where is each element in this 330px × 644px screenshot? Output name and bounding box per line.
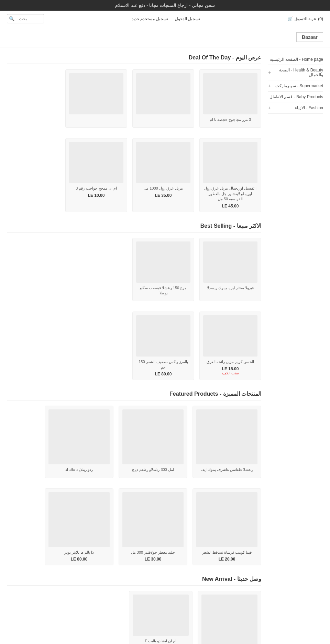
best-product-name-1: الحسن كريم مزيل رائحة العرق bbox=[203, 359, 257, 364]
deal-product-price-2: LE 35.00 bbox=[136, 193, 190, 198]
featured-top-card-1[interactable]: رعشلا طقاسن ةاشرف بموك ايف bbox=[192, 406, 261, 478]
best-product-name-2: بالمرز واكس تصفيف الشعر 150 جم bbox=[136, 359, 190, 370]
featured-top-card-3[interactable]: ردو ريتلاياه هلاد اذ bbox=[45, 406, 113, 478]
deal-product-image-2 bbox=[136, 142, 190, 183]
best-selling-section: الاكثر مبيعا - Best Selling فيرولا محتار… bbox=[7, 223, 261, 381]
featured-top-card-2[interactable]: لمل 300 رذندلاو رطعم دياج bbox=[119, 406, 187, 478]
featured-top-image-2 bbox=[122, 409, 184, 464]
sidebar: Home page - الصفحة الرئيسية Health & Bea… bbox=[268, 54, 323, 644]
featured-top-image-3 bbox=[48, 409, 110, 464]
deal-product-name-3: ام ان ممحج حواجب رقم 3 bbox=[69, 186, 123, 191]
best-selling-top-grid: فيرولا محتار ليزه ميبرك ريسدلا مرج 150 ر… bbox=[7, 238, 261, 302]
deal-product-2[interactable]: مزيل عرق رول 1000 مل LE 35.00 bbox=[132, 138, 194, 212]
new-arrival-section: وصل حديثا - New Arrival براقو ليمقه شاور… bbox=[7, 576, 261, 644]
logo-area: Bazaar bbox=[0, 27, 330, 47]
deal-of-day-title: عرض اليوم - Deal Of The Day bbox=[7, 54, 261, 64]
best-product-image-2 bbox=[136, 315, 190, 357]
featured-product-image-1 bbox=[196, 492, 257, 547]
deal-product-3[interactable]: ام ان ممحج حواجب رقم 3 LE 10.00 bbox=[65, 138, 127, 212]
featured-product-1[interactable]: فيما كومب فرشاة تساقط الشعر LE 20.00 bbox=[192, 488, 261, 565]
header-left: 🔍 bbox=[7, 14, 44, 23]
featured-product-price-3: LE 80.00 bbox=[48, 557, 110, 562]
best-top-name-2: مرج 150 رعشلا فيفصت سكاو زرملا bbox=[136, 285, 190, 296]
content: عرض اليوم - Deal Of The Day 3 مرر مجاجوح… bbox=[7, 54, 261, 644]
sidebar-item-baby[interactable]: Baby Products - قسم الاطفال bbox=[268, 92, 323, 102]
best-top-image-1 bbox=[203, 241, 257, 283]
best-product-1[interactable]: الحسن كريم مزيل رائحة العرق LE 18.00 نفذ… bbox=[199, 312, 261, 380]
featured-title: المنتجات المميزة - Featured Products bbox=[7, 391, 261, 400]
best-selling-grid: الحسن كريم مزيل رائحة العرق LE 18.00 نفذ… bbox=[7, 312, 261, 380]
product-card-deal-1[interactable]: 3 مرر مجاجوح حجصه نا ام bbox=[199, 69, 261, 128]
sidebar-item-fashion[interactable]: Fashion - الازياء + bbox=[268, 102, 323, 114]
deal-of-day-section: عرض اليوم - Deal Of The Day 3 مرر مجاجوح… bbox=[7, 54, 261, 212]
new-arrival-image-1 bbox=[201, 595, 257, 644]
sidebar-item-fashion-label: Fashion - الازياء bbox=[295, 105, 323, 110]
header: 🔍 تسجيل الدخول تسجيل مستخدم جديد 🛒 عربة … bbox=[0, 11, 330, 27]
deal-product-1[interactable]: ا تفسيل اوريجمال مزيل عرق رول اوريملو لا… bbox=[199, 138, 261, 212]
featured-top-image-1 bbox=[196, 409, 257, 464]
new-arrival-image-2 bbox=[133, 595, 189, 636]
deal-product-name-1: ا تفسيل اوريجمال مزيل عرق رول اوريملو لا… bbox=[203, 186, 257, 202]
new-arrival-card-2[interactable]: ام ان ايشادو باليت F LE 75.00 bbox=[129, 591, 192, 644]
best-product-2[interactable]: بالمرز واكس تصفيف الشعر 150 جم LE 80.00 bbox=[132, 312, 194, 380]
deal-of-day-grid: 3 مرر مجاجوح حجصه نا ام bbox=[7, 69, 261, 128]
best-selling-title: الاكثر مبيعا - Best Selling bbox=[7, 223, 261, 233]
sidebar-item-home-label: Home page - الصفحة الرئيسية bbox=[270, 57, 323, 62]
best-top-card-2[interactable]: مرج 150 رعشلا فيفصت سكاو زرملا bbox=[132, 238, 194, 302]
search-button[interactable]: 🔍 bbox=[7, 14, 16, 23]
cart-count: (0) bbox=[318, 16, 323, 21]
banner-text: شحن مجاني - ارجاع المنتجات مجانا - دفع ع… bbox=[115, 3, 214, 8]
featured-product-name-1: فيما كومب فرشاة تساقط الشعر bbox=[196, 550, 257, 555]
deal-product-name-2: مزيل عرق رول 1000 مل bbox=[136, 186, 190, 191]
best-top-card-1[interactable]: فيرولا محتار ليزه ميبرك ريسدلا bbox=[199, 238, 261, 302]
best-top-name-1: فيرولا محتار ليزه ميبرك ريسدلا bbox=[203, 285, 257, 291]
supermarket-plus-icon: + bbox=[268, 83, 271, 89]
featured-product-price-1: LE 20.00 bbox=[196, 557, 257, 562]
featured-product-name-2: جليد معطر جولافندر 300 مل bbox=[122, 550, 184, 555]
deal-product-price-1: LE 45.00 bbox=[203, 204, 257, 208]
fashion-plus-icon: + bbox=[268, 105, 271, 111]
sidebar-item-supermarket[interactable]: Supermarket - سوبرماركت + bbox=[268, 80, 323, 92]
top-banner: شحن مجاني - ارجاع المنتجات مجانا - دفع ع… bbox=[0, 0, 330, 11]
sidebar-item-health-beauty[interactable]: Health & Beauty - الصحة والجمال + bbox=[268, 65, 323, 80]
best-product-price-1: LE 18.00 bbox=[203, 366, 257, 371]
deal-product-image-3 bbox=[69, 142, 123, 183]
best-top-image-2 bbox=[136, 241, 190, 283]
product-card-deal-2[interactable] bbox=[132, 69, 194, 128]
new-arrival-card-1[interactable]: براقو ليمقه شاور LE 15.00 bbox=[198, 591, 261, 644]
sidebar-item-home[interactable]: Home page - الصفحة الرئيسية bbox=[268, 54, 323, 65]
register-link[interactable]: تسجيل مستخدم جديد bbox=[132, 16, 168, 21]
cart-icon: 🛒 bbox=[288, 16, 293, 21]
deal-product-image-1 bbox=[203, 142, 257, 183]
featured-product-price-2: LE 30.00 bbox=[122, 557, 184, 562]
product-image-deal-3 bbox=[69, 73, 123, 114]
featured-product-image-2 bbox=[122, 492, 184, 547]
search-input[interactable] bbox=[16, 15, 44, 23]
featured-product-2[interactable]: جليد معطر جولافندر 300 مل LE 30.00 bbox=[119, 488, 187, 565]
featured-top-name-2: لمل 300 رذندلاو رطعم دياج bbox=[122, 467, 184, 472]
cart-label: عربة التسوق bbox=[295, 16, 316, 21]
sidebar-item-health-beauty-label: Health & Beauty - الصحة والجمال bbox=[271, 68, 323, 77]
featured-top-name-1: رعشلا طقاسن ةاشرف بموك ايف bbox=[196, 467, 257, 472]
search-form: 🔍 bbox=[7, 14, 44, 23]
login-link[interactable]: تسجيل الدخول bbox=[175, 16, 200, 21]
main-layout: Home page - الصفحة الرئيسية Health & Bea… bbox=[0, 47, 330, 644]
new-arrival-name-2: ام ان ايشادو باليت F bbox=[133, 639, 189, 644]
new-arrival-title: وصل حديثا - New Arrival bbox=[7, 576, 261, 586]
featured-grid: فيما كومب فرشاة تساقط الشعر LE 20.00 جلي… bbox=[7, 488, 261, 565]
product-image-deal-2 bbox=[136, 73, 190, 114]
deal-products-below: ا تفسيل اوريجمال مزيل عرق رول اوريملو لا… bbox=[7, 138, 261, 212]
new-arrival-grid: براقو ليمقه شاور LE 15.00 ام ان ايشادو ب… bbox=[7, 591, 261, 644]
deal-product-price-3: LE 10.00 bbox=[69, 193, 123, 198]
featured-product-image-3 bbox=[48, 492, 110, 547]
product-card-deal-3[interactable] bbox=[65, 69, 127, 128]
sidebar-item-supermarket-label: Supermarket - سوبرماركت bbox=[275, 83, 323, 88]
featured-product-3[interactable]: ذا بالم ها بلايتر بودر LE 80.00 bbox=[45, 488, 113, 565]
logo[interactable]: Bazaar bbox=[296, 32, 323, 42]
cart-area[interactable]: 🛒 عربة التسوق (0) bbox=[288, 16, 323, 21]
featured-top-grid: رعشلا طقاسن ةاشرف بموك ايف لمل 300 رذندل… bbox=[7, 406, 261, 478]
sidebar-item-baby-label: Baby Products - قسم الاطفال bbox=[270, 94, 323, 99]
best-product-price-2: LE 80.00 bbox=[136, 372, 190, 376]
product-image-deal-1 bbox=[203, 73, 257, 114]
featured-top-name-3: ردو ريتلاياه هلاد اذ bbox=[48, 467, 110, 472]
